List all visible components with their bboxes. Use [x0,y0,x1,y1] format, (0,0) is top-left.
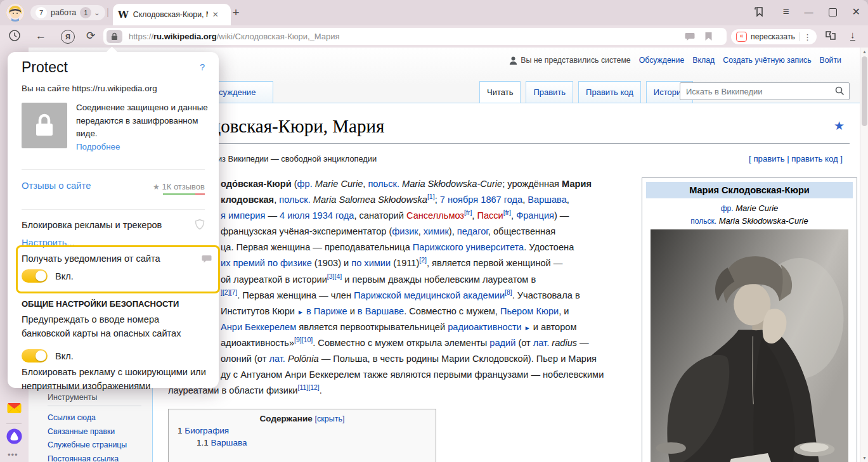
portrait-photo[interactable] [651,229,848,462]
wiki-link[interactable]: [8] [505,288,512,296]
wiki-link[interactable]: Санселльмоз [406,210,464,221]
tab-edit[interactable]: Править [526,81,573,103]
menu-icon[interactable]: ≡ [783,5,789,19]
tools-link[interactable]: Ссылки сюда [48,411,141,425]
wiki-search-input[interactable] [685,84,833,99]
profile-avatar[interactable] [6,4,24,22]
protect-help-link[interactable]: ? [200,62,205,72]
wiki-link[interactable]: в Париже [306,306,347,316]
page-scrollbar[interactable]: ▲ ▼ [860,48,868,462]
wiki-link[interactable]: Франция [516,210,554,221]
details-link[interactable]: Подробнее [76,142,120,151]
chevron-down-icon[interactable]: ⌄ [94,9,100,17]
wiki-link[interactable]: [1] [427,193,435,200]
wiki-link[interactable]: по химии [351,258,391,268]
wiki-link[interactable]: 1867 года [481,195,522,205]
scroll-up-arrow[interactable]: ▲ [860,49,868,54]
alice-icon[interactable] [6,428,22,447]
active-tab[interactable]: W Склодовская-Кюри, Ма ✕ [113,4,231,25]
toc-hide-link[interactable]: [скрыть] [315,414,345,423]
contributions-link[interactable]: Вклад [692,56,715,65]
wiki-link[interactable]: фр. [297,179,313,189]
notifications-toggle[interactable] [22,269,48,283]
wiki-link[interactable]: физик [392,226,418,236]
wiki-link[interactable]: ► [524,324,531,331]
wiki-link[interactable]: Парижского университета [413,242,524,252]
tab-group-pill[interactable]: 7 работа 1 ⌄ [30,5,105,20]
infobox-pl-label[interactable]: польск. [690,217,716,226]
more-vertical-icon[interactable]: ⋮ [803,32,812,42]
wiki-link[interactable]: ► [297,309,304,316]
wiki-link[interactable]: [11][12] [298,383,320,391]
lead-line: Институтов Кюри ► в Париже и в Варшаве. … [168,304,663,319]
wiki-link[interactable]: [2] [419,257,427,264]
reviews-count[interactable]: ★ 1К отзывов [153,182,205,191]
mail-icon[interactable] [7,402,22,416]
wiki-link[interactable]: Парижской медицинской академии [354,290,505,300]
bookmark-star-icon[interactable]: ★ [834,119,845,133]
download-icon[interactable]: ↓ [850,29,855,41]
wiki-link[interactable]: Пьером Кюри [500,306,559,316]
card-warning-toggle[interactable] [22,349,48,363]
url-text[interactable]: https://ru.wikipedia.org/wiki/Склодовска… [129,32,340,41]
retell-button[interactable]: « пересказать ⋮ [731,29,817,44]
wiki-link[interactable]: польск. [279,195,311,205]
tab-edit-source[interactable]: Править код [578,81,641,103]
side-panel-icon[interactable] [753,6,765,20]
wiki-link[interactable]: лат. [269,354,285,364]
wiki-link[interactable]: [fr] [464,209,472,216]
wiki-link[interactable]: химик [424,226,449,236]
tab-read[interactable]: Читать [479,81,521,103]
wiki-link[interactable]: Пасси [477,210,503,221]
scroll-down-arrow[interactable]: ▼ [860,456,868,460]
scroll-thumb[interactable] [862,56,867,126]
history-icon[interactable] [8,29,21,45]
new-tab-button[interactable]: + [228,5,243,20]
comment-icon[interactable] [685,32,695,44]
protect-lock-chip[interactable] [107,30,122,43]
wiki-link[interactable]: я империя [221,210,265,221]
wiki-link[interactable]: педагог [457,226,488,236]
wiki-link[interactable]: лат. [533,338,549,348]
create-account-link[interactable]: Создать учётную запись [723,56,811,65]
toc-item[interactable]: 1 Биография [169,423,436,435]
back-button[interactable]: ← [36,30,46,42]
maximize-button[interactable] [829,8,837,16]
minimize-button[interactable]: — [805,5,813,19]
collections-icon[interactable] [824,29,837,44]
tools-link[interactable]: Постоянная ссылка [48,452,141,462]
address-bar[interactable]: https://ru.wikipedia.org/wiki/Склодовска… [103,28,727,45]
tools-link[interactable]: Служебные страницы [48,439,141,452]
tab-bar: 7 работа 1 ⌄ | W Склодовская-Кюри, Ма ✕ … [0,0,868,25]
wiki-link[interactable]: 1934 года [312,210,354,221]
wiki-link[interactable]: радий [489,338,515,348]
close-window-button[interactable]: ✕ [852,5,860,19]
yandex-button[interactable]: Я [61,30,75,44]
wiki-link[interactable]: в Варшаве [358,306,404,316]
toc-item[interactable]: 1.1 Варшава [169,435,436,447]
search-icon[interactable] [835,86,845,96]
wiki-link[interactable]: польск. [368,179,399,189]
wiki-link[interactable]: 7 ноября [440,195,478,205]
tools-link[interactable]: Связанные правки [48,425,141,439]
wiki-link[interactable]: ][2][7] [221,288,237,296]
bookmark-flag-icon[interactable] [704,32,713,44]
wiki-search[interactable] [680,82,850,100]
wiki-link[interactable]: [9][10] [294,336,313,343]
wiki-link[interactable]: их премий по физике [221,258,312,268]
wiki-link[interactable]: [3][4] [327,273,342,280]
wiki-link[interactable]: Варшава [528,195,567,205]
site-reviews-link[interactable]: Отзывы о сайте [22,181,91,191]
talk-link[interactable]: Обсуждение [639,56,685,65]
tab-close-icon[interactable]: ✕ [212,10,219,19]
login-link[interactable]: Войти [820,56,841,65]
refresh-button[interactable]: ⟳ [86,29,95,42]
adblock-label: Блокировка рекламы и трекеров [22,220,162,230]
more-horizontal-icon[interactable]: ••• [8,450,18,459]
wiki-link[interactable]: 4 июля [280,210,309,221]
wiki-link[interactable]: [fr] [503,209,511,216]
section-edit-links[interactable]: [ править | править код ] [749,154,843,164]
wiki-link[interactable]: Анри Беккерелем [221,322,296,332]
infobox-fr-label[interactable]: фр. [721,204,734,213]
wiki-link[interactable]: радиоактивности [448,322,522,332]
